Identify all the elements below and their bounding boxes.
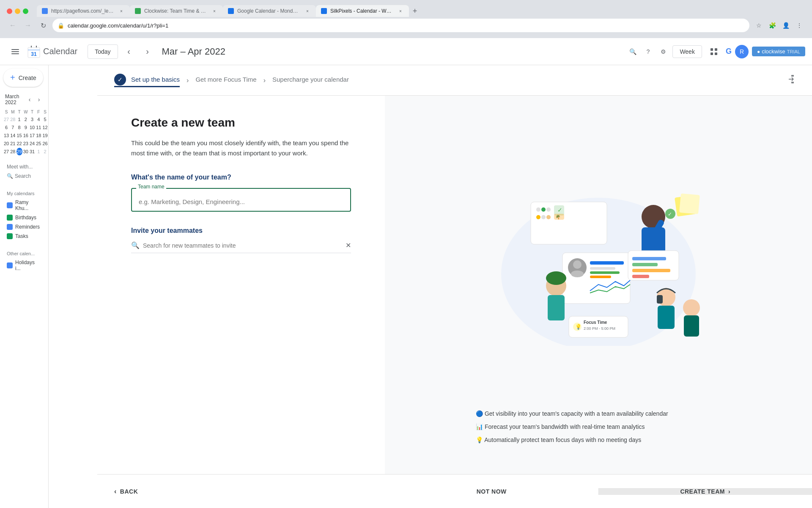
mini-day-24[interactable]: 24 xyxy=(29,140,35,147)
menu-icon[interactable] xyxy=(7,43,24,60)
mini-day-2a[interactable]: 2 xyxy=(42,148,48,155)
settings-button[interactable]: ⋮ xyxy=(793,19,805,31)
back-nav-button[interactable]: ← xyxy=(7,19,19,31)
teammates-search-input[interactable] xyxy=(143,242,342,249)
extensions-button[interactable]: 🧩 xyxy=(766,19,778,31)
mini-day-10[interactable]: 10 xyxy=(29,124,35,131)
birthdays-checkbox[interactable] xyxy=(7,215,13,221)
user-avatar[interactable]: R xyxy=(735,45,749,58)
create-button[interactable]: + Create xyxy=(3,69,43,87)
svg-point-19 xyxy=(546,215,551,219)
mini-day-30[interactable]: 30 xyxy=(23,148,29,155)
search-people-item[interactable]: 🔍 Search xyxy=(3,171,45,181)
step-2-item[interactable]: Get more Focus Time xyxy=(195,76,256,85)
mini-day-13[interactable]: 13 xyxy=(3,132,9,139)
tab-close-1[interactable]: × xyxy=(118,8,125,14)
clear-search-button[interactable]: ✕ xyxy=(346,241,351,249)
date-title: Mar – Apr 2022 xyxy=(162,46,225,57)
mini-day-2[interactable]: 2 xyxy=(23,116,29,123)
mini-day-9[interactable]: 9 xyxy=(23,124,29,131)
close-window-button[interactable] xyxy=(7,8,12,14)
mini-day-22[interactable]: 22 xyxy=(16,140,22,147)
next-period-button[interactable]: › xyxy=(140,44,155,59)
tab-close-4[interactable]: × xyxy=(397,8,404,14)
settings-gear-button[interactable]: ⚙ xyxy=(657,46,669,58)
browser-tab-4[interactable]: SilkPixels - Calendar - Week o... × xyxy=(316,5,409,17)
mini-day-7[interactable]: 7 xyxy=(10,124,16,131)
mini-day-5[interactable]: 5 xyxy=(42,116,48,123)
mini-cal-next[interactable]: › xyxy=(35,95,43,104)
mini-day-1[interactable]: 1 xyxy=(16,116,22,123)
mini-day-31[interactable]: 31 xyxy=(29,148,35,155)
mini-day-3[interactable]: 3 xyxy=(29,116,35,123)
calendar-item-holidays[interactable]: Holidays i... xyxy=(3,258,45,273)
mini-day-27a[interactable]: 27 xyxy=(3,116,9,123)
mini-day-28a[interactable]: 28 xyxy=(10,116,16,123)
day-header-t2: T xyxy=(29,109,35,115)
ramy-checkbox[interactable] xyxy=(7,202,13,208)
calendar-item-reminders[interactable]: Reminders xyxy=(3,222,45,232)
mini-day-14[interactable]: 14 xyxy=(10,132,16,139)
calendar-item-birthdays[interactable]: Birthdays xyxy=(3,213,45,222)
google-apps-button[interactable] xyxy=(705,43,722,60)
bookmark-button[interactable]: ☆ xyxy=(753,19,765,31)
profile-button[interactable]: 👤 xyxy=(780,19,792,31)
mini-day-20[interactable]: 20 xyxy=(3,140,9,147)
holidays-checkbox[interactable] xyxy=(7,262,13,268)
forward-nav-button[interactable]: → xyxy=(22,19,34,31)
mini-day-18[interactable]: 18 xyxy=(36,132,41,139)
mini-day-25[interactable]: 25 xyxy=(36,140,41,147)
mini-day-21[interactable]: 21 xyxy=(10,140,16,147)
holidays-name: Holidays i... xyxy=(15,260,41,271)
today-button[interactable]: Today xyxy=(88,44,118,59)
mini-day-15[interactable]: 15 xyxy=(16,132,22,139)
mini-day-27b[interactable]: 27 xyxy=(3,148,9,155)
browser-tab-1[interactable]: https://pageflows.com/_lemai... × xyxy=(37,5,130,17)
tab-close-2[interactable]: × xyxy=(211,8,218,14)
feature-text-2: Forecast your team's bandwidth with real… xyxy=(485,423,645,430)
help-button[interactable]: ? xyxy=(642,46,654,58)
meet-with-item[interactable]: Meet with... xyxy=(3,162,45,171)
illustration-area: ✓ 🌴 ✓ xyxy=(402,113,795,409)
browser-tab-3[interactable]: Google Calendar - Monday, 28... × xyxy=(223,5,316,17)
mini-day-11[interactable]: 11 xyxy=(36,124,41,131)
mini-day-1a[interactable]: 1 xyxy=(36,148,41,155)
stepper-exit-button[interactable] xyxy=(785,74,795,86)
reload-button[interactable]: ↻ xyxy=(37,19,49,31)
mini-day-23[interactable]: 23 xyxy=(23,140,29,147)
browser-tab-2[interactable]: Clockwise: Team Time & Cale... × xyxy=(130,5,223,17)
minimize-window-button[interactable] xyxy=(15,8,20,14)
mini-cal-title: March 2022 xyxy=(5,94,25,105)
tasks-checkbox[interactable] xyxy=(7,233,13,239)
mini-day-12[interactable]: 12 xyxy=(42,124,48,131)
search-button[interactable]: 🔍 xyxy=(627,46,639,58)
step-1-item[interactable]: ✓ Set up the basics xyxy=(114,74,180,87)
google-logo[interactable]: G xyxy=(726,47,732,56)
mini-day-8[interactable]: 8 xyxy=(16,124,22,131)
team-name-input[interactable] xyxy=(131,188,351,212)
mini-day-6[interactable]: 6 xyxy=(3,124,9,131)
mini-day-28b[interactable]: 28 xyxy=(10,148,16,155)
tab-close-3[interactable]: × xyxy=(304,8,311,14)
mini-day-19[interactable]: 19 xyxy=(42,132,48,139)
view-mode-button[interactable]: Week xyxy=(672,45,702,58)
mini-day-29[interactable]: 29 xyxy=(16,148,22,155)
not-now-button[interactable]: NOT NOW xyxy=(385,488,599,495)
step-3-item[interactable]: Supercharge your calendar xyxy=(272,76,349,85)
mini-day-4[interactable]: 4 xyxy=(36,116,41,123)
calendar-item-tasks[interactable]: Tasks xyxy=(3,232,45,241)
calendar-item-ramy[interactable]: Ramy Khu... xyxy=(3,198,45,213)
mini-day-26[interactable]: 26 xyxy=(42,140,48,147)
address-bar[interactable]: 🔒 calendar.google.com/calendar/u/1/r?pli… xyxy=(52,19,749,32)
back-button[interactable]: ‹ BACK xyxy=(97,488,385,495)
gcal-logo: 31 Calendar xyxy=(27,45,77,58)
reminders-checkbox[interactable] xyxy=(7,224,13,230)
new-tab-button[interactable]: + xyxy=(409,5,421,17)
clockwise-badge[interactable]: ● clockwise TRIAL xyxy=(752,47,805,56)
mini-cal-prev[interactable]: ‹ xyxy=(25,95,34,104)
prev-period-button[interactable]: ‹ xyxy=(121,44,137,59)
create-team-button[interactable]: CREATE TEAM › xyxy=(599,488,812,495)
mini-day-16[interactable]: 16 xyxy=(23,132,29,139)
mini-day-17[interactable]: 17 xyxy=(29,132,35,139)
maximize-window-button[interactable] xyxy=(23,8,28,14)
